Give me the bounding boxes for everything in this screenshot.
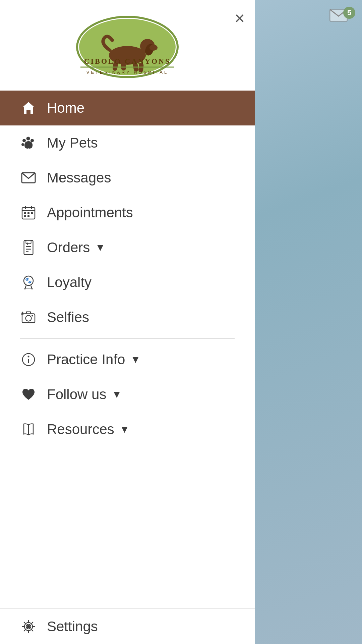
camera-icon: ★ — [17, 311, 40, 324]
svg-point-50 — [27, 625, 30, 628]
sidebar-item-practice-info-label: Practice Info — [47, 352, 125, 368]
sidebar-item-settings-label: Settings — [47, 619, 98, 635]
svg-line-38 — [25, 285, 26, 289]
heart-icon — [17, 388, 40, 401]
nav-divider — [20, 338, 235, 339]
settings-icon — [17, 619, 40, 634]
paw-icon — [17, 135, 40, 151]
svg-rect-27 — [27, 215, 29, 217]
sidebar-item-resources[interactable]: Resources ▼ — [0, 412, 255, 447]
sidebar-item-orders[interactable]: + Orders ▼ — [0, 230, 255, 265]
bottom-nav-list: Practice Info ▼ Follow us ▼ Resources ▼ — [0, 342, 255, 447]
message-notification[interactable]: 5 — [328, 7, 355, 27]
svg-point-6 — [149, 45, 158, 51]
sidebar-item-follow-us[interactable]: Follow us ▼ — [0, 377, 255, 412]
sidebar-item-my-pets-label: My Pets — [47, 135, 98, 151]
svg-text:+: + — [26, 241, 29, 246]
logo-area: CIBOLO CANYONS VETERINARY HOSPITAL — [0, 0, 255, 91]
logo-container: CIBOLO CANYONS VETERINARY HOSPITAL — [74, 13, 181, 80]
sidebar-item-resources-label: Resources — [47, 421, 114, 437]
sidebar-item-settings[interactable]: Settings — [0, 608, 255, 644]
svg-rect-24 — [27, 212, 29, 214]
svg-rect-26 — [24, 215, 26, 217]
svg-text:★: ★ — [21, 311, 24, 316]
sidebar-item-home-label: Home — [47, 100, 84, 116]
svg-rect-23 — [24, 212, 26, 214]
svg-point-17 — [21, 143, 24, 146]
sidebar-item-follow-us-label: Follow us — [47, 386, 106, 402]
svg-point-14 — [22, 139, 26, 142]
svg-text:VETERINARY HOSPITAL: VETERINARY HOSPITAL — [86, 70, 169, 75]
orders-chevron-icon: ▼ — [95, 242, 105, 253]
svg-point-47 — [28, 356, 29, 358]
svg-point-42 — [25, 315, 31, 321]
sidebar-item-messages-label: Messages — [47, 170, 111, 186]
calendar-icon — [17, 205, 40, 220]
home-icon — [17, 101, 40, 115]
logo-oval: CIBOLO CANYONS VETERINARY HOSPITAL — [74, 13, 181, 80]
sidebar-item-selfies[interactable]: ★ Selfies — [0, 300, 255, 335]
spacer — [0, 447, 255, 608]
resources-chevron-icon: ▼ — [120, 424, 130, 435]
sidebar-item-my-pets[interactable]: My Pets — [0, 125, 255, 160]
svg-text:🐾: 🐾 — [25, 277, 32, 284]
close-button[interactable]: × — [235, 9, 245, 27]
sidebar-item-selfies-label: Selfies — [47, 309, 89, 325]
loyalty-icon: 🐾 — [17, 275, 40, 290]
follow-us-chevron-icon: ▼ — [112, 389, 122, 400]
book-icon — [17, 422, 40, 437]
sidebar-item-appointments[interactable]: Appointments — [0, 195, 255, 230]
notification-area: 5 — [328, 7, 355, 27]
nav-list: Home My Pets Me — [0, 91, 255, 335]
mail-icon — [17, 171, 40, 184]
svg-point-15 — [26, 137, 30, 141]
sidebar-item-messages[interactable]: Messages — [0, 160, 255, 195]
svg-point-16 — [31, 139, 34, 142]
sidebar-item-practice-info[interactable]: Practice Info ▼ — [0, 342, 255, 377]
sidebar-item-appointments-label: Appointments — [47, 205, 133, 221]
svg-rect-25 — [31, 212, 33, 214]
svg-text:CIBOLO CANYONS: CIBOLO CANYONS — [84, 57, 171, 65]
orders-icon: + — [17, 239, 40, 256]
navigation-drawer: × — [0, 0, 255, 644]
notification-badge: 5 — [343, 7, 355, 19]
svg-line-39 — [31, 285, 32, 289]
svg-point-43 — [32, 315, 33, 317]
sidebar-item-loyalty-label: Loyalty — [47, 274, 92, 290]
practice-info-chevron-icon: ▼ — [130, 354, 140, 365]
info-icon — [17, 352, 40, 367]
sidebar-item-orders-label: Orders — [47, 239, 90, 256]
sidebar-item-home[interactable]: Home — [0, 91, 255, 125]
sidebar-item-loyalty[interactable]: 🐾 Loyalty — [0, 265, 255, 300]
